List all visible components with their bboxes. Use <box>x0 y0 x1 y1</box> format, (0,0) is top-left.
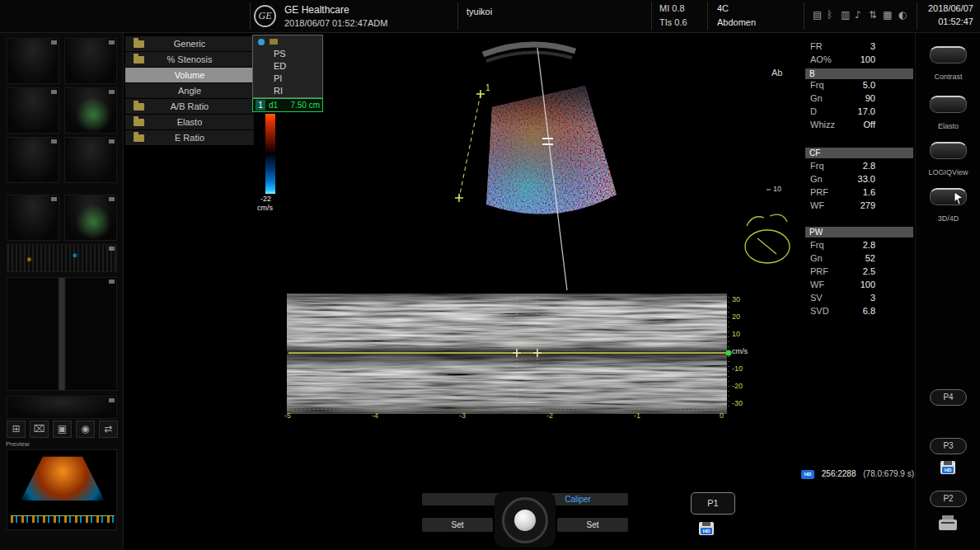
clock-date: 2018/06/07 <box>928 3 973 13</box>
popup-item-ri[interactable]: RI <box>253 85 322 97</box>
camera-icon[interactable]: ◉ <box>76 421 95 438</box>
param-label: SVD <box>810 306 829 316</box>
param-row: Gn 90 <box>810 93 912 105</box>
menu-item-label: E Ratio <box>175 133 204 143</box>
p1-button[interactable]: P1 <box>691 492 735 515</box>
divider <box>250 2 251 30</box>
param-value: 279 <box>860 200 875 210</box>
preset-name[interactable]: Abdomen <box>717 17 756 27</box>
grid-view-icon[interactable]: ⊞ <box>7 421 26 438</box>
param-value: 3 <box>870 41 875 51</box>
frame-counter: 256:2288 <box>822 469 856 478</box>
sound-icon: ♪ <box>855 9 861 21</box>
clipboard-thumbnail[interactable] <box>7 38 59 84</box>
contrast-key[interactable] <box>930 46 967 63</box>
preview-fan <box>7 454 118 505</box>
clipboard-thumbnail[interactable] <box>7 137 59 183</box>
color-doppler-image <box>455 73 628 229</box>
param-label: Whizz <box>810 120 835 129</box>
param-value: 5.0 <box>863 80 875 90</box>
body-marker-icon <box>745 214 790 263</box>
popup-item-ps[interactable]: PS <box>253 48 322 60</box>
popup-item-ed[interactable]: ED <box>253 60 322 73</box>
brand-name: GE Healthcare <box>284 4 349 16</box>
divider <box>651 2 652 30</box>
set-button-left[interactable]: Set <box>422 518 493 532</box>
clipboard-thumbnail[interactable] <box>7 87 59 134</box>
clipboard-thumbnail[interactable] <box>7 277 117 391</box>
tis-readout: TIs 0.6 <box>659 17 687 27</box>
folder-icon <box>134 56 144 63</box>
param-value: 2.8 <box>863 161 875 171</box>
param-row: WF 100 <box>810 280 912 291</box>
mi-readout: MI 0.8 <box>659 3 685 13</box>
clipboard-thumbnail[interactable] <box>7 195 59 241</box>
menu-item-label: % Stenosis <box>166 54 212 64</box>
clipboard-thumbnail[interactable] <box>7 396 117 419</box>
save-hd-icon[interactable]: HD <box>940 461 955 474</box>
menu-item-ab-ratio[interactable]: A/B Ratio <box>125 99 254 114</box>
p2-button[interactable]: P2 <box>930 491 967 507</box>
set-button-right[interactable]: Set <box>557 518 628 532</box>
logiqview-key[interactable] <box>930 142 967 159</box>
colorbar-unit-label: cm/s <box>257 204 273 212</box>
menu-item-label: Angle <box>178 86 201 96</box>
param-value: 52 <box>865 253 875 263</box>
param-row: SV 3 <box>810 293 912 304</box>
param-label: AO% <box>810 54 832 64</box>
section-header-cf: CF <box>805 148 913 158</box>
menu-item-stenosis[interactable]: % Stenosis <box>125 52 254 67</box>
clipboard-thumbnail[interactable] <box>64 137 117 183</box>
time-tick: 0 <box>720 411 724 420</box>
popup-item-current[interactable] <box>253 35 322 48</box>
transfer-icon: ⇅ <box>869 9 877 21</box>
archive-icon[interactable]: ▣ <box>53 421 72 438</box>
param-label: Frq <box>810 80 824 90</box>
probe-name[interactable]: 4C <box>717 3 729 13</box>
touch-key-column: Contrast Elasto LOGIQView 3D/4D P4 P3 HD… <box>915 33 980 550</box>
clipboard-thumbnail[interactable] <box>64 38 117 84</box>
param-row-fr: FR 3 <box>810 41 912 53</box>
p4-button[interactable]: P4 <box>930 389 967 406</box>
menu-item-generic[interactable]: Generic <box>125 36 254 51</box>
param-row: Frq 2.8 <box>810 240 912 251</box>
preview-label: Preview <box>6 440 29 448</box>
param-row: D 17.0 <box>810 106 912 118</box>
depth-label: 10 <box>773 185 781 193</box>
send-icon[interactable]: ⇄ <box>99 421 118 438</box>
section-header-pw: PW <box>805 227 913 237</box>
preview-image <box>7 449 117 530</box>
param-label: Frq <box>810 161 824 171</box>
param-label: FR <box>810 41 823 51</box>
trackball[interactable] <box>514 510 536 531</box>
save-hd-icon[interactable]: HD <box>699 522 714 535</box>
time-tick: -3 <box>459 411 466 420</box>
param-row: PRF 1.6 <box>810 187 912 199</box>
param-row: PRF 2.5 <box>810 266 912 278</box>
measurement-result: 1 d1 7.50 cm <box>252 98 323 112</box>
param-value: 100 <box>860 280 875 289</box>
menu-item-e-ratio[interactable]: E Ratio <box>125 130 254 145</box>
param-label: PRF <box>810 266 828 276</box>
clipboard-thumbnail[interactable] <box>64 195 117 241</box>
p3-button[interactable]: P3 <box>930 438 967 454</box>
menu-item-elasto[interactable]: Elasto <box>125 115 254 129</box>
print-icon[interactable] <box>939 519 957 530</box>
menu-item-label: A/B Ratio <box>171 101 209 111</box>
clipboard-thumbnail[interactable] <box>64 87 117 134</box>
elasto-key[interactable] <box>930 96 967 113</box>
param-value: 90 <box>865 93 875 103</box>
param-label: Gn <box>810 174 823 184</box>
divider <box>804 2 804 30</box>
time-tick: -5 <box>284 411 291 420</box>
trash-icon[interactable]: ⌧ <box>30 421 49 438</box>
velocity-tick: 20 <box>732 313 753 321</box>
network-icon: ▦ <box>883 9 892 21</box>
menu-item-angle[interactable]: Angle <box>125 83 254 98</box>
colorbar-min-label: -22 <box>260 195 271 203</box>
menu-item-volume[interactable]: Volume <box>125 68 254 82</box>
clipboard-thumbnail[interactable] <box>7 244 117 272</box>
contrast-key-label: Contrast <box>916 73 980 81</box>
param-label: D <box>810 106 817 116</box>
popup-item-pi[interactable]: PI <box>253 73 322 85</box>
